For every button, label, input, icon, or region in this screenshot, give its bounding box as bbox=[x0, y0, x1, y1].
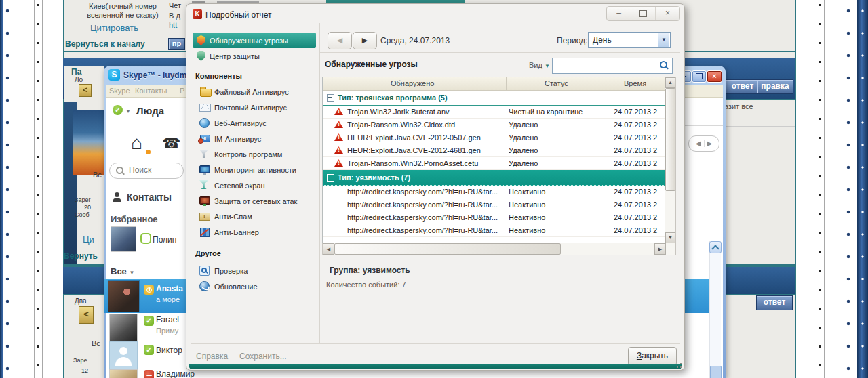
status-caret-icon[interactable]: ▼ bbox=[125, 108, 131, 114]
save-link[interactable]: Сохранить... bbox=[239, 352, 287, 361]
collapse-icon[interactable] bbox=[327, 174, 334, 182]
scroll-up-button[interactable]: ▲ bbox=[665, 77, 675, 88]
scroll-up-button[interactable] bbox=[709, 241, 722, 253]
resize-grip[interactable] bbox=[676, 362, 682, 369]
warning-icon bbox=[334, 133, 343, 141]
contacts-header[interactable]: Контакты bbox=[127, 192, 172, 203]
report-search-input[interactable] bbox=[555, 60, 658, 71]
scroll-down-button[interactable]: ▼ bbox=[665, 232, 675, 243]
skype-search-box[interactable] bbox=[109, 163, 184, 179]
all-contacts-dropdown[interactable]: Все ▼ bbox=[111, 266, 134, 276]
edit-button[interactable]: правка bbox=[757, 79, 793, 94]
column-separator[interactable] bbox=[506, 77, 507, 90]
profile-button[interactable]: пр bbox=[168, 38, 185, 50]
sidebar-item-mail-antivirus[interactable]: Почтовый Антивирус bbox=[193, 100, 316, 115]
minimize-button[interactable]: – bbox=[607, 7, 631, 20]
scroll-left-button[interactable]: ◀ bbox=[323, 243, 334, 255]
post-location-text: Киев(точный номер вселенной не скажу) bbox=[68, 2, 178, 20]
close-button[interactable]: × bbox=[655, 7, 679, 20]
skype-search-input[interactable] bbox=[127, 165, 180, 175]
quote-link[interactable]: Цитировать bbox=[90, 23, 138, 33]
column-status[interactable]: Статус bbox=[545, 79, 568, 87]
collapse-icon[interactable] bbox=[327, 94, 334, 102]
contact-status-online-icon bbox=[144, 316, 154, 326]
reply-button-2[interactable]: ответ bbox=[756, 295, 793, 310]
horizontal-scrollbar[interactable]: ◀ ▶ bbox=[322, 243, 676, 255]
view-dropdown[interactable]: Вид ▼ bbox=[529, 61, 550, 69]
scrollbar-thumb[interactable] bbox=[334, 243, 561, 255]
sidebar-item-im-antivirus[interactable]: IM-Антивирус bbox=[193, 131, 316, 146]
sidebar-item-application-control[interactable]: Контроль программ bbox=[193, 146, 316, 162]
threats-table: Обнаружено Статус Время Тип: троянская п… bbox=[322, 77, 666, 244]
menu-conversations[interactable]: Р bbox=[180, 87, 184, 95]
next-day-button[interactable]: ▶ bbox=[353, 32, 377, 49]
vulnerability-url: http://redirect.kaspersky.com/?hl=ru-RU&… bbox=[347, 201, 498, 209]
pager-control[interactable]: ◀▶ bbox=[688, 135, 719, 152]
scroll-right-button[interactable]: ▶ bbox=[654, 243, 666, 255]
table-row[interactable]: HEUR:Exploit.Java.CVE-2012-0507.genУдале… bbox=[323, 131, 665, 144]
table-row[interactable]: Trojan-Ransom.Win32.Cidox.dtdУдалено24.0… bbox=[323, 119, 665, 131]
menu-contacts[interactable]: Контакты bbox=[135, 87, 167, 95]
favorites-header[interactable]: Избранное bbox=[111, 214, 158, 224]
sidebar-item-web-antivirus[interactable]: Веб-Антивирус bbox=[193, 115, 316, 131]
scrollbar-thumb[interactable] bbox=[665, 88, 675, 191]
report-search-box[interactable] bbox=[552, 58, 673, 74]
poster2-badge-icon[interactable]: < bbox=[79, 306, 94, 324]
poster-badge-icon[interactable]: < bbox=[79, 84, 92, 97]
back-to-top-link[interactable]: Вернуться к началу bbox=[65, 39, 145, 49]
favorite-name[interactable]: Полин bbox=[153, 235, 176, 245]
search-icon[interactable] bbox=[660, 61, 669, 70]
threat-name: Trojan.Win32.Jorik.Buterat.anv bbox=[347, 108, 450, 116]
warning-icon bbox=[334, 121, 343, 128]
table-row[interactable]: HEUR:Exploit.Java.CVE-2012-4681.genУдале… bbox=[323, 144, 665, 157]
threat-name: HEUR:Exploit.Java.CVE-2012-4681.gen bbox=[347, 146, 481, 154]
group-row-vulnerability-selected[interactable]: Тип: уязвимость (7) bbox=[323, 170, 665, 186]
sidebar-item-anti-banner[interactable]: Анти-Баннер bbox=[193, 224, 316, 240]
user-status-icon[interactable] bbox=[113, 105, 123, 115]
sidebar-item-file-antivirus[interactable]: Файловый Антивирус bbox=[193, 84, 316, 100]
home-icon[interactable]: ⌂ bbox=[131, 132, 142, 154]
phone-icon[interactable]: ☎ bbox=[162, 135, 180, 152]
help-link[interactable]: Справка bbox=[196, 352, 228, 361]
pager-prev-icon[interactable]: ◀ bbox=[693, 140, 704, 147]
sidebar-item-firewall[interactable]: Сетевой экран bbox=[193, 177, 316, 193]
sidebar-item-detected-threats[interactable]: Обнаруженные угрозы bbox=[193, 33, 316, 48]
group-row-trojan[interactable]: Тип: троянская программа (5) bbox=[323, 91, 665, 106]
menu-skype[interactable]: Skype bbox=[109, 87, 130, 95]
back-to-top-fragment[interactable]: Вернуть bbox=[64, 251, 98, 261]
sidebar-item-scan[interactable]: Проверка bbox=[193, 263, 316, 278]
column-separator[interactable] bbox=[610, 77, 610, 90]
sidebar-item-network-attack-blocker[interactable]: Защита от сетевых атак bbox=[193, 193, 316, 209]
sidebar-item-activity-monitor[interactable]: Мониторинг активности bbox=[193, 162, 316, 177]
scrollbar-thumb[interactable] bbox=[710, 366, 722, 378]
column-detected[interactable]: Обнаружено bbox=[391, 79, 434, 87]
sidebar-item-protection-center[interactable]: Центр защиты bbox=[193, 48, 316, 64]
pager-next-icon[interactable]: ▶ bbox=[704, 140, 715, 147]
threat-status: Неактивно bbox=[509, 201, 545, 209]
sidebar-item-anti-spam[interactable]: Анти-Спам bbox=[193, 209, 316, 224]
prev-day-button[interactable]: ◀ bbox=[328, 32, 352, 49]
quote-link-fragment[interactable]: Ци bbox=[83, 234, 94, 245]
skype-logo-icon: S bbox=[108, 69, 120, 81]
favorite-avatar[interactable] bbox=[111, 226, 136, 252]
maximize-button[interactable] bbox=[631, 7, 655, 20]
threats-shield-icon bbox=[197, 35, 205, 45]
vertical-scrollbar[interactable]: ▲ ▼ bbox=[665, 77, 676, 244]
skype-maximize-button[interactable] bbox=[692, 70, 707, 83]
table-row[interactable]: http://redirect.kaspersky.com/?hl=ru-RU&… bbox=[323, 211, 665, 224]
column-time[interactable]: Время bbox=[624, 79, 646, 87]
threat-status: Удалено bbox=[509, 159, 538, 167]
table-row[interactable]: Trojan-Ransom.Win32.PornoAsset.cetuУдале… bbox=[323, 157, 665, 170]
table-row[interactable]: http://redirect.kaspersky.com/?hl=ru-RU&… bbox=[323, 224, 665, 237]
table-row[interactable]: http://redirect.kaspersky.com/?hl=ru-RU&… bbox=[323, 198, 665, 211]
skype-close-button[interactable]: × bbox=[707, 70, 722, 83]
combo-arrow-icon[interactable]: ▼ bbox=[658, 33, 669, 47]
sidebar-item-update[interactable]: Обновление bbox=[193, 278, 316, 294]
period-dropdown[interactable]: День ▼ bbox=[588, 32, 671, 48]
table-row[interactable]: Trojan.Win32.Jorik.Buterat.anvЧистый на … bbox=[323, 106, 665, 119]
skype-scrollbar[interactable] bbox=[709, 241, 721, 378]
close-report-button[interactable]: Закрыть bbox=[628, 347, 677, 366]
sidebar-item-label: Защита от сетевых атак bbox=[214, 197, 297, 205]
right-dashed-column bbox=[816, 0, 825, 378]
table-row[interactable]: http://redirect.kaspersky.com/?hl=ru-RU&… bbox=[323, 186, 665, 198]
